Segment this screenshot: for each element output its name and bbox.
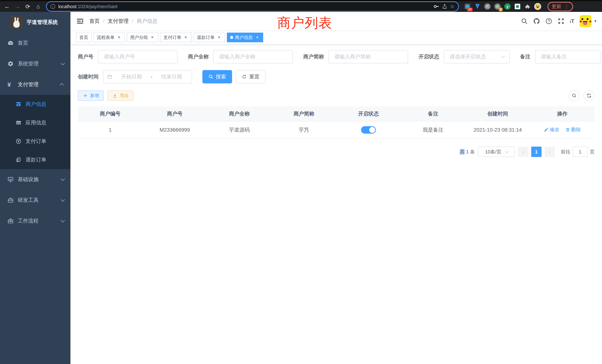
reset-button[interactable]: 重置	[236, 70, 265, 83]
tab-close-icon[interactable]: ×	[183, 35, 188, 40]
remark-input[interactable]	[541, 54, 595, 60]
remark-label: 备注	[520, 53, 530, 60]
tab-close-icon[interactable]: ×	[255, 35, 260, 40]
user-avatar[interactable]	[580, 15, 591, 27]
edit-link[interactable]: 修改	[544, 126, 559, 133]
sidebar-item-label: 研发工具	[18, 197, 39, 204]
tab-merchant-info[interactable]: 商户信息×	[227, 33, 263, 42]
delete-link[interactable]: 删除	[565, 126, 581, 133]
top-navbar: 首页 / 支付管理 / 商户信息	[70, 12, 602, 30]
sidebar-item-refund-order[interactable]: 退款订单	[0, 150, 70, 169]
browser-menu-icon[interactable]: ⋮	[564, 4, 569, 10]
yen-icon: ¥	[7, 81, 14, 88]
breadcrumb-separator: /	[103, 18, 105, 24]
tab-pay-order[interactable]: 支付订单×	[160, 33, 192, 42]
create-time-label: 创建时间	[78, 73, 99, 80]
toggle-search-button[interactable]	[569, 90, 580, 101]
sidebar-item-merchant-info[interactable]: 商户信息	[0, 95, 70, 113]
merchant-name-label: 商户全称	[188, 53, 209, 60]
user-menu-caret-icon[interactable]: ▾	[594, 19, 596, 23]
tab-process-form[interactable]: 流程表单×	[93, 33, 125, 42]
url-host: localhost	[58, 4, 76, 9]
blocks-extension-badge: 10	[467, 8, 473, 11]
next-page-button[interactable]: ›	[545, 147, 555, 157]
sidebar-item-system[interactable]: 系统管理	[0, 53, 70, 74]
url-text[interactable]: localhost:1024/pay/merchant	[58, 4, 430, 9]
browser-reload-icon[interactable]: ⟳	[24, 3, 32, 10]
sidebar-item-home[interactable]: 首页	[0, 33, 70, 53]
sidebar-item-infrastructure[interactable]: 基础设施	[0, 169, 70, 190]
header-search-icon[interactable]	[521, 18, 528, 25]
shop-icon	[16, 101, 22, 107]
sidebar-item-pay-order[interactable]: 支付订单	[0, 132, 70, 150]
sidebar-item-dev-tools[interactable]: 研发工具	[0, 190, 70, 211]
page-number-button[interactable]: 1	[531, 147, 542, 157]
sidebar-item-workflow[interactable]: 工作流程	[0, 211, 70, 231]
col-remark: 备注	[401, 106, 466, 121]
merchant-short-label: 商户简称	[303, 53, 324, 60]
tab-home[interactable]: 首页	[76, 33, 92, 42]
date-range-picker[interactable]: 开始日期 - 结束日期	[103, 70, 192, 83]
merchant-table: 商户编号 商户号 商户全称 商户简称 开启状态 备注 创建时间 操作 1	[78, 106, 595, 139]
help-icon[interactable]	[545, 18, 552, 25]
profile-extension-icon[interactable]: 1	[494, 3, 501, 10]
app: 芋道管理系统 首页 系统管理 ¥	[0, 12, 602, 364]
url-rest: :1024/pay/merchant	[76, 4, 118, 9]
browser-home-icon[interactable]: ⌂	[34, 3, 42, 10]
tab-user-group[interactable]: 用户分组×	[127, 33, 158, 42]
browser-forward-icon[interactable]: →	[13, 3, 22, 10]
site-info-icon[interactable]: i	[50, 4, 55, 9]
navbar-right: tT ▾	[521, 15, 596, 27]
kite-extension-icon[interactable]	[474, 3, 481, 10]
add-button[interactable]: 新增	[78, 90, 104, 101]
github-icon[interactable]	[533, 18, 540, 25]
browser-back-icon[interactable]: ←	[3, 3, 11, 10]
status-select-placeholder: 请选择开启状态	[450, 53, 486, 60]
goto-page-input[interactable]	[573, 147, 588, 157]
refund-order-icon	[16, 157, 22, 163]
col-create-time: 创建时间	[465, 106, 530, 121]
password-key-icon[interactable]	[433, 4, 439, 9]
tab-refund-order[interactable]: 退款订单×	[194, 33, 225, 42]
sidebar-logo[interactable]: 芋道管理系统	[0, 12, 70, 33]
sidebar-item-label: 退款订单	[26, 156, 46, 163]
refresh-table-button[interactable]	[583, 90, 595, 101]
tab-close-icon[interactable]: ×	[116, 35, 122, 40]
font-size-icon[interactable]: tT	[570, 18, 574, 24]
prev-page-button[interactable]: ‹	[518, 147, 528, 157]
fullscreen-icon[interactable]	[558, 18, 565, 25]
active-tab-dot	[230, 36, 233, 39]
merchant-short-input[interactable]	[334, 54, 402, 60]
browser-update-button[interactable]: 更新 ⋮	[548, 2, 573, 11]
sidebar-item-payment[interactable]: ¥ 支付管理	[0, 74, 70, 95]
page-size-select[interactable]: 10条/页	[478, 147, 515, 157]
url-bar[interactable]: i localhost:1024/pay/merchant ☆	[47, 2, 458, 11]
export-button[interactable]: 导出	[108, 90, 133, 101]
breadcrumb-home[interactable]: 首页	[89, 18, 100, 25]
status-select[interactable]: 请选择开启状态	[444, 50, 510, 63]
page-content: 商户号 商户全称 商户简称 开启状态 请选择开启状态	[70, 45, 602, 364]
chat-extension-icon[interactable]	[514, 3, 521, 10]
browser-chrome: ← → ⟳ ⌂ i localhost:1024/pay/merchant ☆ …	[0, 0, 602, 12]
merchant-name-input[interactable]	[219, 54, 287, 60]
command-extension-icon[interactable]: ⌘	[484, 3, 491, 10]
extensions-puzzle-icon[interactable]	[524, 3, 531, 10]
chevron-down-icon	[61, 177, 65, 181]
bookmark-star-icon[interactable]: ☆	[450, 4, 454, 10]
search-button[interactable]: 搜索	[202, 70, 232, 83]
y-extension-icon[interactable]: y	[504, 3, 511, 10]
tab-close-icon[interactable]: ×	[150, 35, 155, 40]
sidebar-item-app-info[interactable]: 应用信息	[0, 113, 70, 132]
blocks-extension-icon[interactable]: 10	[464, 3, 471, 10]
cell-merchant-short: 芋艿	[272, 121, 336, 139]
tab-close-icon[interactable]: ×	[216, 35, 222, 40]
sidebar-collapse-icon[interactable]	[76, 17, 84, 25]
share-icon[interactable]	[442, 4, 447, 9]
breadcrumb-section[interactable]: 支付管理	[108, 18, 129, 25]
browser-profile-avatar[interactable]	[534, 3, 541, 10]
filter-row-2: 创建时间 开始日期 - 结束日期	[78, 70, 595, 83]
page-suffix: 页	[590, 149, 595, 155]
merchant-no-input[interactable]	[104, 54, 172, 60]
status-toggle[interactable]	[361, 126, 376, 134]
cell-merchant-name: 芋道源码	[207, 121, 272, 139]
